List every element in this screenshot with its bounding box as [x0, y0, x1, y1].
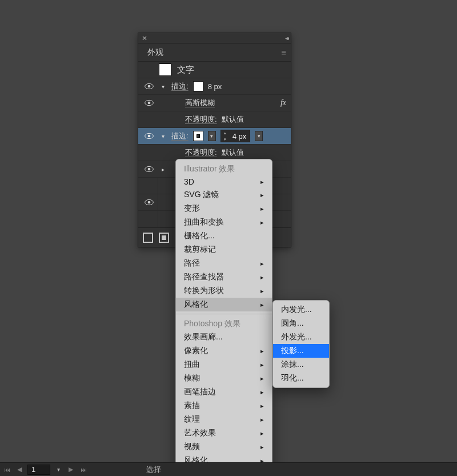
panel-header: ✕ ◂◂ — [138, 33, 291, 43]
item-title: 文字 — [177, 65, 194, 75]
fx-icon[interactable]: fx — [280, 98, 286, 107]
svg-point-1 — [148, 85, 151, 88]
menu-section-header: Photoshop 效果 — [176, 317, 272, 330]
stepper-down-icon[interactable]: ▾ — [221, 136, 229, 142]
prev-page-icon[interactable]: ◀ — [15, 466, 24, 473]
stroke-width: 8 px — [208, 82, 222, 91]
fill-swatch[interactable] — [159, 63, 171, 76]
gaussian-row[interactable]: 高斯模糊 fx — [138, 95, 291, 111]
menu-item-brush-strokes[interactable]: 画笔描边 — [176, 385, 272, 399]
next-page-icon[interactable]: ▶ — [66, 466, 75, 473]
svg-point-5 — [148, 135, 151, 138]
svg-point-3 — [148, 102, 151, 105]
fill-button[interactable] — [159, 233, 169, 243]
stroke-label[interactable]: 描边: — [171, 131, 189, 141]
submenu-inner-glow[interactable]: 内发光... — [273, 303, 329, 317]
eye-icon[interactable] — [144, 199, 154, 206]
eye-icon[interactable] — [144, 99, 154, 106]
stroke-row-2[interactable]: ▾ 描边: ▾ ▴ ▾ 4 px ▾ — [138, 128, 291, 145]
chevron-right-icon[interactable]: ▸ — [159, 166, 167, 173]
opacity-value: 默认值 — [222, 147, 244, 158]
submenu-drop-shadow[interactable]: 投影... — [273, 344, 329, 358]
last-page-icon[interactable]: ⏭ — [79, 466, 88, 473]
stroke-color-swatch[interactable] — [193, 81, 203, 91]
tab-appearance[interactable]: 外观 — [143, 43, 168, 62]
menu-item-crop-marks[interactable]: 裁剪标记 — [176, 243, 272, 257]
menu-item-artistic[interactable]: 艺术效果 — [176, 426, 272, 440]
status-text: 选择 — [146, 465, 161, 475]
eye-icon[interactable] — [144, 133, 154, 139]
stroke-label[interactable]: 描边: — [171, 81, 189, 91]
stroke-row-1[interactable]: ▾ 描边: 8 px — [138, 78, 291, 95]
opacity-label[interactable]: 不透明度: — [185, 114, 217, 125]
eye-icon[interactable] — [144, 166, 154, 173]
opacity-label[interactable]: 不透明度: — [185, 147, 217, 158]
menu-item-distort-transform[interactable]: 扭曲和变换 — [176, 215, 272, 229]
stroke-width-stepper[interactable]: ▴ ▾ 4 px — [221, 130, 251, 142]
status-bar: ⏮ ◀ 1 ▾ ▶ ⏭ 选择 — [0, 462, 457, 476]
submenu-feather[interactable]: 羽化... — [273, 371, 329, 385]
effects-menu: Illustrator 效果 3D SVG 滤镜 变形 扭曲和变换 栅格化...… — [175, 159, 272, 470]
menu-item-blur[interactable]: 模糊 — [176, 371, 272, 385]
submenu-outer-glow[interactable]: 外发光... — [273, 330, 329, 344]
page-dropdown-icon[interactable]: ▾ — [54, 466, 63, 473]
menu-item-pixelate[interactable]: 像素化 — [176, 344, 272, 358]
first-page-icon[interactable]: ⏮ — [2, 466, 11, 473]
stylize-submenu: 内发光... 圆角... 外发光... 投影... 涂抹... 羽化... — [272, 300, 330, 388]
menu-item-warp[interactable]: 变形 — [176, 202, 272, 215]
stepper-up-icon[interactable]: ▴ — [221, 130, 229, 136]
collapse-icon[interactable]: ◂◂ — [285, 35, 287, 41]
menu-item-svg-filters[interactable]: SVG 滤镜 — [176, 188, 272, 202]
menu-divider — [176, 314, 272, 314]
stroke-color-swatch[interactable] — [193, 131, 203, 141]
panel-menu-icon[interactable]: ≡ — [281, 48, 286, 57]
submenu-round-corners[interactable]: 圆角... — [273, 317, 329, 330]
chevron-down-icon[interactable]: ▾ — [159, 133, 167, 139]
svg-point-9 — [148, 201, 151, 204]
menu-item-effect-gallery[interactable]: 效果画廊... — [176, 330, 272, 344]
menu-item-path[interactable]: 路径 — [176, 257, 272, 270]
menu-item-video[interactable]: 视频 — [176, 440, 272, 454]
page-input[interactable]: 1 — [27, 465, 50, 475]
eye-icon[interactable] — [144, 83, 154, 90]
menu-item-rasterize[interactable]: 栅格化... — [176, 229, 272, 243]
submenu-scribble[interactable]: 涂抹... — [273, 358, 329, 371]
color-dropdown-icon[interactable]: ▾ — [208, 131, 216, 141]
menu-item-3d[interactable]: 3D — [176, 175, 272, 188]
menu-item-distort[interactable]: 扭曲 — [176, 358, 272, 371]
menu-item-pathfinder[interactable]: 路径查找器 — [176, 270, 272, 284]
close-icon[interactable]: ✕ — [142, 34, 147, 42]
stroke-width-value: 4 px — [229, 132, 250, 141]
menu-item-texture[interactable]: 纹理 — [176, 413, 272, 426]
svg-point-7 — [148, 168, 151, 171]
no-fill-button[interactable] — [143, 233, 153, 243]
opacity-row-1[interactable]: 不透明度: 默认值 — [138, 111, 291, 128]
menu-item-sketch[interactable]: 素描 — [176, 399, 272, 413]
opacity-value: 默认值 — [222, 114, 244, 125]
menu-section-header: Illustrator 效果 — [176, 162, 272, 175]
panel-tabs: 外观 ≡ — [138, 43, 291, 62]
menu-item-convert-shape[interactable]: 转换为形状 — [176, 284, 272, 298]
width-dropdown-icon[interactable]: ▾ — [255, 131, 263, 141]
chevron-down-icon[interactable]: ▾ — [159, 83, 167, 90]
item-title-row[interactable]: 文字 — [138, 62, 291, 78]
gaussian-label[interactable]: 高斯模糊 — [185, 98, 215, 108]
menu-item-stylize[interactable]: 风格化 — [176, 298, 272, 311]
